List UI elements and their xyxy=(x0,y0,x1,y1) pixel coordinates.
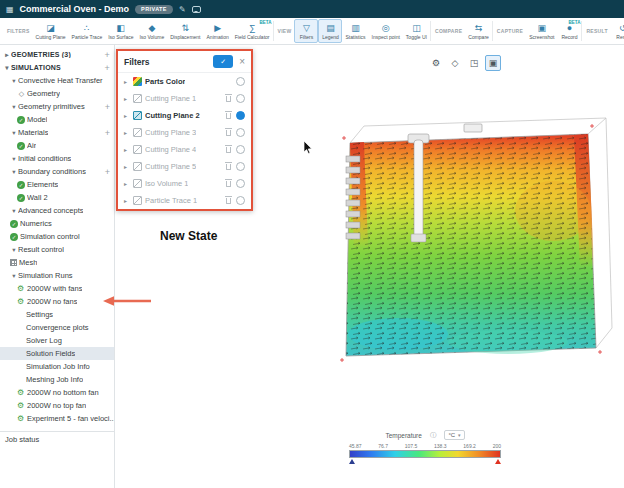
sidebar-item-solver-log[interactable]: Solver Log xyxy=(0,334,114,347)
toolbar-button-field-calculator[interactable]: ∑Field CalculatorBETA xyxy=(232,19,273,43)
caret-right-icon[interactable]: ▸ xyxy=(3,51,11,59)
edit-icon[interactable]: ✎ xyxy=(179,5,186,14)
caret-right-icon[interactable]: ▸ xyxy=(124,163,130,170)
comment-icon[interactable] xyxy=(192,6,201,13)
sidebar-item-simulation-runs[interactable]: ▾Simulation Runs xyxy=(0,269,114,282)
sidebar-item-air[interactable]: ✓Air xyxy=(0,139,114,152)
toolbar-button-filters[interactable]: ▽Filters xyxy=(294,19,318,43)
sidebar-item-2000w-no-top-fan[interactable]: ⚙2000W no top fan xyxy=(0,399,114,412)
caret-down-icon[interactable]: ▾ xyxy=(10,207,18,215)
filter-row-cutting-plane-4[interactable]: ▸Cutting Plane 4 xyxy=(118,141,251,158)
caret-down-icon[interactable]: ▾ xyxy=(10,168,18,176)
toolbar-button-animation[interactable]: ▶Animation xyxy=(204,19,232,43)
sidebar-item-elements[interactable]: ✓Elements xyxy=(0,178,114,191)
sidebar-item-boundary-conditions[interactable]: ▾Boundary conditions+ xyxy=(0,165,114,178)
add-icon[interactable]: + xyxy=(101,102,114,112)
sidebar-item-experiment-5-fan-veloci[interactable]: ⚙Experiment 5 - fan veloci... xyxy=(0,412,114,425)
sidebar-item-convergence-plots[interactable]: Convergence plots xyxy=(0,321,114,334)
toolbar-button-cutting-plane[interactable]: ◪Cutting Plane xyxy=(33,19,69,43)
caret-down-icon[interactable]: ▾ xyxy=(3,64,11,72)
toolbar-button-toggle-ui[interactable]: ◫Toggle UI xyxy=(403,19,430,43)
add-icon[interactable]: + xyxy=(101,50,114,60)
filter-row-parts-color[interactable]: ▸Parts Color xyxy=(118,73,251,90)
sidebar-item-numerics[interactable]: ✓Numerics xyxy=(0,217,114,230)
visibility-toggle[interactable] xyxy=(236,94,245,103)
visibility-toggle[interactable] xyxy=(236,196,245,205)
viewport-button-perspective-view-icon[interactable]: ◳ xyxy=(466,55,482,71)
toolbar-button-inspect-point[interactable]: ◎Inspect point xyxy=(369,19,403,43)
viewport-button-orientation-cube-icon[interactable]: ◇ xyxy=(447,55,463,71)
add-icon[interactable]: + xyxy=(101,167,114,177)
sidebar-item-2000w-no-fans[interactable]: ⚙2000W no fans xyxy=(0,295,114,308)
caret-down-icon[interactable]: ▾ xyxy=(10,246,18,254)
sidebar-item-solution-fields[interactable]: Solution Fields xyxy=(0,347,114,360)
filter-row-cutting-plane-5[interactable]: ▸Cutting Plane 5 xyxy=(118,158,251,175)
add-icon[interactable]: + xyxy=(101,128,114,138)
visibility-toggle[interactable] xyxy=(236,179,245,188)
caret-right-icon[interactable]: ▸ xyxy=(124,197,130,204)
sidebar-item-settings[interactable]: Settings xyxy=(0,308,114,321)
sidebar-item-mesh[interactable]: Mesh xyxy=(0,256,114,269)
sidebar-item-geometry-primitives[interactable]: ▾Geometry primitives+ xyxy=(0,100,114,113)
viewport-button-render-mode-icon[interactable]: ▣ xyxy=(485,55,501,71)
filter-row-particle-trace-1[interactable]: ▸Particle Trace 1 xyxy=(118,192,251,209)
caret-right-icon[interactable]: ▸ xyxy=(124,78,130,85)
caret-right-icon[interactable]: ▸ xyxy=(124,95,130,102)
close-icon[interactable]: × xyxy=(239,57,245,67)
apply-filters-button[interactable]: ✓ xyxy=(213,55,233,68)
caret-right-icon[interactable]: ▸ xyxy=(124,129,130,136)
app-grid-icon[interactable]: ▦ xyxy=(6,5,14,14)
sidebar-item-result-control[interactable]: ▾Result control xyxy=(0,243,114,256)
sidebar-item-initial-conditions[interactable]: ▾Initial conditions xyxy=(0,152,114,165)
trash-icon[interactable] xyxy=(226,164,231,170)
sidebar-item-geometries-3[interactable]: ▸GEOMETRIES (3)+ xyxy=(0,48,114,61)
filter-row-cutting-plane-3[interactable]: ▸Cutting Plane 3 xyxy=(118,124,251,141)
trash-icon[interactable] xyxy=(226,96,231,102)
sidebar-item-simulation-job-info[interactable]: Simulation Job Info xyxy=(0,360,114,373)
trash-icon[interactable] xyxy=(226,113,231,119)
viewport-button-settings-gear-icon[interactable]: ⚙ xyxy=(428,55,444,71)
caret-down-icon[interactable]: ▾ xyxy=(10,103,18,111)
toolbar-button-compare[interactable]: ⇆Compare xyxy=(465,19,492,43)
toolbar-button-statistics[interactable]: ▥Statistics xyxy=(342,19,368,43)
range-handle-max[interactable] xyxy=(495,459,501,464)
sidebar-item-meshing-job-info[interactable]: Meshing Job Info xyxy=(0,373,114,386)
toolbar-button-iso-surface[interactable]: ◧Iso Surface xyxy=(105,19,136,43)
trash-icon[interactable] xyxy=(226,198,231,204)
sidebar-item-wall-2[interactable]: ✓Wall 2 xyxy=(0,191,114,204)
visibility-toggle[interactable] xyxy=(236,111,245,120)
sidebar-item-convective-heat-transfer[interactable]: ▾Convective Heat Transfer xyxy=(0,74,114,87)
toolbar-button-iso-volume[interactable]: ◆Iso Volume xyxy=(136,19,167,43)
caret-down-icon[interactable]: ▾ xyxy=(10,272,18,280)
filter-row-iso-volume-1[interactable]: ▸Iso Volume 1 xyxy=(118,175,251,192)
toolbar-button-screenshot[interactable]: ▣Screenshot xyxy=(526,19,557,43)
toolbar-button-record[interactable]: ●RecordBETA xyxy=(557,19,581,43)
caret-down-icon[interactable]: ▾ xyxy=(10,77,18,85)
toolbar-button-particle-trace[interactable]: ∴Particle Trace xyxy=(69,19,106,43)
visibility-toggle[interactable] xyxy=(236,128,245,137)
caret-down-icon[interactable]: ▾ xyxy=(10,155,18,163)
filter-row-cutting-plane-2[interactable]: ▸Cutting Plane 2 xyxy=(118,107,251,124)
filter-row-cutting-plane-1[interactable]: ▸Cutting Plane 1 xyxy=(118,90,251,107)
sidebar-item-advanced-concepts[interactable]: ▾Advanced concepts xyxy=(0,204,114,217)
visibility-toggle[interactable] xyxy=(236,77,245,86)
unit-dropdown[interactable]: °C ▾ xyxy=(444,430,464,440)
sidebar-item-2000w-no-bottom-fan[interactable]: ⚙2000W no bottom fan xyxy=(0,386,114,399)
toolbar-button-displacement[interactable]: ⇅Displacement xyxy=(167,19,203,43)
trash-icon[interactable] xyxy=(226,181,231,187)
add-icon[interactable]: + xyxy=(101,63,114,73)
sidebar-item-model[interactable]: ✓Model xyxy=(0,113,114,126)
job-status-bar[interactable]: Job status xyxy=(0,431,114,446)
cfd-visualization[interactable] xyxy=(338,116,616,368)
sidebar-item-geometry[interactable]: ◇Geometry xyxy=(0,87,114,100)
caret-right-icon[interactable]: ▸ xyxy=(124,112,130,119)
info-icon[interactable]: ⓘ xyxy=(430,431,437,440)
sidebar-item-materials[interactable]: ▾Materials+ xyxy=(0,126,114,139)
toolbar-button-legend[interactable]: ▤Legend xyxy=(318,19,342,43)
caret-right-icon[interactable]: ▸ xyxy=(124,180,130,187)
sidebar-item-simulation-control[interactable]: ✓Simulation control xyxy=(0,230,114,243)
range-handle-min[interactable] xyxy=(349,459,355,464)
sidebar-item-2000w-with-fans[interactable]: ⚙2000W with fans xyxy=(0,282,114,295)
caret-right-icon[interactable]: ▸ xyxy=(124,146,130,153)
sidebar-item-simulations[interactable]: ▾SIMULATIONS+ xyxy=(0,61,114,74)
